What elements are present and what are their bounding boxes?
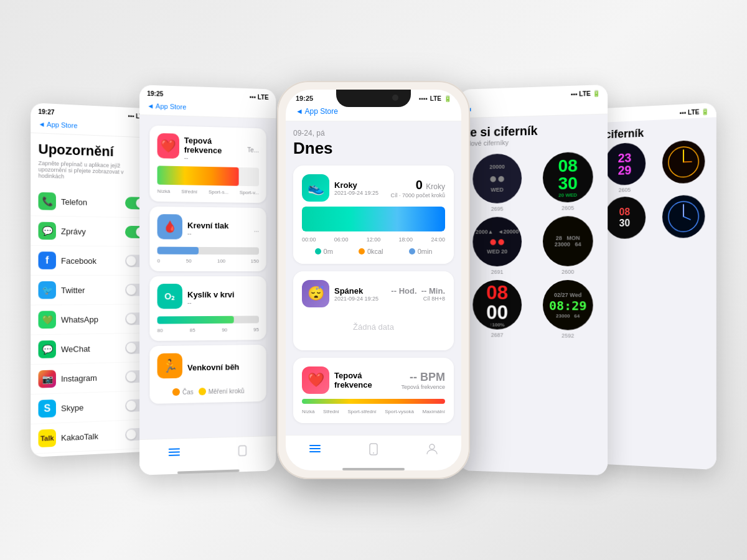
time-main: 19:25 bbox=[296, 95, 313, 102]
label-wechat: WeChat bbox=[61, 344, 90, 354]
svg-rect-4 bbox=[169, 448, 180, 450]
camera bbox=[392, 95, 398, 101]
wf-item-4[interactable]: 28 MON 23000 64 2600 bbox=[535, 216, 601, 275]
screen-watch-faces-right: ▪▪▪ LTE 🔋 i ciferník 2329 2605 bbox=[593, 103, 716, 470]
title-tepova: Tepová frekvence bbox=[184, 136, 243, 156]
labels-krevni: 050100150 bbox=[157, 258, 259, 264]
rw-item-4[interactable] bbox=[655, 195, 712, 240]
activity-chart: 00:0006:0012:0018:0024:00 bbox=[302, 207, 445, 243]
label-kakaotalk: KakaoTalk bbox=[61, 431, 98, 442]
wf-item-5[interactable]: 0800 ↑100% 2687 bbox=[465, 280, 530, 338]
tab-profile-main[interactable] bbox=[423, 441, 441, 458]
rw-face-4 bbox=[662, 195, 704, 238]
rw-num-2 bbox=[655, 184, 712, 186]
hod-val: -- Hod. -- Min. bbox=[391, 286, 445, 296]
icon-tepova: ❤️ bbox=[157, 133, 179, 159]
val-hr: -- BPM bbox=[401, 371, 445, 384]
list-item-wechat[interactable]: 💬 WeChat bbox=[31, 334, 154, 365]
subtitle-notifications: Zapněte přepínač u aplikace jejíž upozor… bbox=[31, 160, 154, 190]
icon-instagram: 📷 bbox=[39, 370, 56, 388]
svg-line-19 bbox=[683, 217, 690, 220]
ts-kroky: 2021-09-24 19:25 bbox=[334, 190, 385, 196]
icon-krevni: 🩸 bbox=[157, 214, 182, 240]
value-krevni: -- bbox=[187, 230, 228, 238]
card-spanek: 😴 Spánek 2021-09-24 19:25 -- Hod. -- Min… bbox=[293, 271, 454, 350]
list-item-zpravy[interactable]: 💬 Zprávy bbox=[31, 216, 154, 247]
tab-list-left2[interactable] bbox=[166, 444, 183, 462]
list-item-whatsapp[interactable]: 💚 WhatsApp bbox=[31, 304, 154, 335]
list-item-telefon[interactable]: 📞 Telefon bbox=[31, 186, 154, 218]
bottom-area-left2 bbox=[139, 436, 276, 475]
list-item-instagram[interactable]: 📷 Instagram bbox=[31, 362, 154, 394]
wf-item-1[interactable]: 20000 ●● WED 2695 bbox=[465, 153, 530, 212]
wr-scroll: 2329 2605 bbox=[593, 139, 716, 470]
card-krevni: 🩸 Krevní tlak -- ... 050100150 bbox=[149, 207, 266, 271]
rw-item-2[interactable] bbox=[655, 139, 712, 192]
icon-spanek: 😴 bbox=[302, 280, 329, 307]
screen-notifications: 19:27 ▪▪▪ LTE ◄ App Store Upozornění Zap… bbox=[31, 103, 154, 457]
icon-beh: 🏃 bbox=[157, 353, 182, 379]
label-whatsapp: WhatsApp bbox=[61, 314, 98, 324]
phone-main: 19:25 ▪▪▪▪ LTE 🔋 ◄ App Store 09-24, pá bbox=[277, 81, 470, 479]
goal-spanek: Cíl 8H+8 bbox=[391, 296, 445, 302]
wf-face-5: 0800 ↑100% bbox=[472, 280, 522, 330]
wf-face-2: 0830 20 WED bbox=[543, 152, 593, 203]
nav-main[interactable]: ◄ App Store bbox=[286, 105, 461, 121]
wf-item-2[interactable]: 0830 20 WED 2605 bbox=[535, 152, 601, 212]
title-hr-main: Tepová frekvence bbox=[334, 371, 396, 390]
tab-device-main[interactable] bbox=[365, 441, 382, 458]
card-tepova: ❤️ Tepová frekvence -- Te... NízkáStředn… bbox=[149, 125, 266, 203]
wf-item-3[interactable]: 2000▲ ◄20000 ●● WED 20 2691 bbox=[465, 217, 530, 275]
tab-device-left2[interactable] bbox=[234, 442, 251, 460]
label-hr: Tepová frekvence bbox=[401, 384, 445, 390]
kroky-stats: 0m 0kcal 0min bbox=[302, 248, 445, 255]
tab-list-main[interactable] bbox=[306, 441, 324, 458]
stat-time: Čas bbox=[182, 388, 194, 395]
wf-scroll: 20000 ●● WED 2695 0830 20 WED 2605 bbox=[459, 151, 608, 475]
rw-face-2 bbox=[662, 140, 704, 184]
list-item-twitter[interactable]: 🐦 Twitter bbox=[31, 276, 154, 306]
stat-steps: Měření kroků bbox=[209, 387, 245, 394]
stat-distance: 0m bbox=[324, 248, 333, 255]
card-kroky: 👟 Kroky 2021-09-24 19:25 0 Kroky Cíl · 7… bbox=[293, 166, 454, 264]
time-labels: 00:0006:0012:0018:0024:00 bbox=[302, 236, 445, 243]
svg-point-12 bbox=[373, 452, 374, 454]
wf-num-4: 2600 bbox=[535, 269, 601, 275]
ts-spanek: 2021-09-24 19:25 bbox=[334, 296, 386, 302]
home-bar-left2 bbox=[177, 469, 240, 474]
list-item-skype[interactable]: S Skype bbox=[31, 391, 154, 424]
chart-tepova bbox=[157, 166, 259, 186]
title-notifications: Upozornění bbox=[31, 133, 154, 164]
svg-rect-9 bbox=[309, 448, 321, 449]
icon-whatsapp: 💚 bbox=[39, 311, 56, 329]
chart-kyslik bbox=[157, 315, 259, 324]
svg-rect-10 bbox=[309, 451, 321, 452]
hr-gradient-bar bbox=[302, 399, 445, 404]
title-kroky: Kroky bbox=[334, 180, 385, 190]
label-telefon: Telefon bbox=[61, 197, 87, 207]
screen-health-metrics: 19:25 ▪▪▪ LTE ◄ App Store ❤️ Tepová frek… bbox=[139, 85, 276, 475]
icon-skype: S bbox=[39, 399, 56, 418]
status-right-main: ▪▪▪▪ LTE 🔋 bbox=[419, 95, 451, 102]
sr-wf-grid: 2329 2605 bbox=[593, 139, 716, 246]
icon-wechat: 💬 bbox=[39, 340, 56, 358]
rw-face-1: 2329 bbox=[604, 142, 645, 186]
labels-kyslik: 80859095 bbox=[157, 327, 259, 333]
nav-back-main[interactable]: ◄ App Store bbox=[296, 107, 338, 116]
wf-item-6[interactable]: 02/27 Wed 08:29 23000 64 2592 bbox=[535, 280, 601, 339]
phone-body: 19:25 ▪▪▪▪ LTE 🔋 ◄ App Store 09-24, pá bbox=[277, 81, 470, 479]
tabs-left2 bbox=[139, 436, 276, 470]
rw-face-3: 0830 bbox=[604, 196, 645, 239]
wf-num-5: 2687 bbox=[465, 332, 530, 338]
labels-tepova: NízkáStředníSport-s...Sport-v... bbox=[157, 189, 259, 196]
rw-num-4 bbox=[655, 240, 712, 240]
list-item-facebook[interactable]: f Facebook bbox=[31, 246, 154, 276]
icon-kroky: 👟 bbox=[302, 174, 329, 202]
card-beh: 🏃 Venkovní běh Čas Měření kroků bbox=[149, 345, 266, 404]
unit-krevni: ... bbox=[254, 226, 259, 233]
icon-telefon: 📞 bbox=[39, 192, 56, 210]
notch bbox=[336, 90, 411, 107]
wr-title: i ciferník bbox=[599, 124, 710, 142]
wf-num-3: 2691 bbox=[465, 269, 530, 275]
icon-hr-main: ❤️ bbox=[302, 366, 329, 394]
